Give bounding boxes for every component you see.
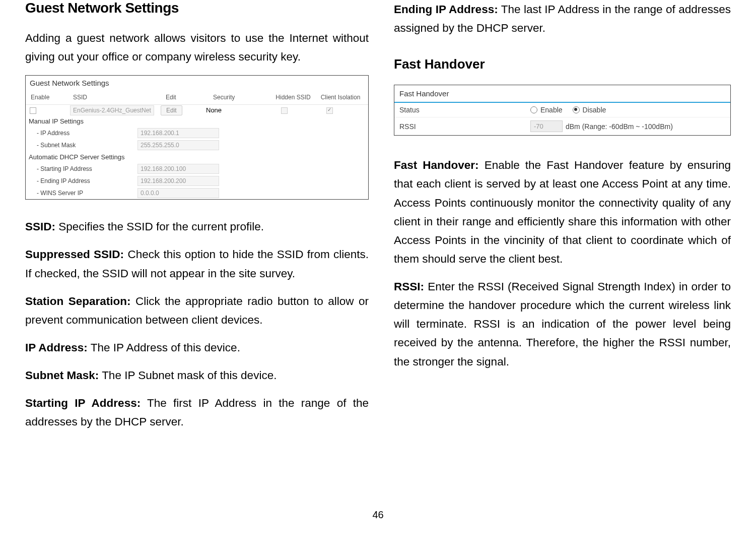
disable-radio-label: Disable bbox=[583, 106, 606, 114]
ip-address-desc: The IP Address of this device. bbox=[88, 341, 240, 354]
panel-title: Guest Network Settings bbox=[26, 76, 368, 90]
status-label: Status bbox=[399, 106, 530, 114]
col-security: Security bbox=[212, 92, 269, 103]
rssi-definition: RSSI: Enter the RSSI (Received Signal St… bbox=[394, 277, 731, 371]
subnet-mask-row: - Subnet Mask 255.255.255.0 bbox=[26, 139, 368, 151]
page-number: 46 bbox=[0, 504, 756, 521]
col-enable: Enable bbox=[30, 92, 72, 103]
ssid-input[interactable]: EnGenius-2.4GHz_GuestNet bbox=[70, 105, 154, 115]
ending-ip-row: - Ending IP Address 192.168.200.200 bbox=[26, 175, 368, 187]
rssi-suffix: dBm (Range: -60dBm ~ -100dBm) bbox=[566, 122, 673, 131]
table-row: EnGenius-2.4GHz_GuestNet Edit None bbox=[26, 105, 368, 115]
rssi-desc: Enter the RSSI (Received Signal Strength… bbox=[394, 280, 731, 368]
starting-ip-input[interactable]: 192.168.200.100 bbox=[138, 164, 219, 174]
subnet-mask-term: Subnet Mask: bbox=[25, 369, 99, 382]
station-separation-term: Station Separation: bbox=[25, 295, 131, 308]
rssi-term: RSSI: bbox=[394, 280, 424, 293]
enable-radio[interactable] bbox=[530, 106, 537, 113]
starting-ip-definition: Starting IP Address: The first IP Addres… bbox=[25, 394, 369, 431]
suppressed-ssid-definition: Suppressed SSID: Check this option to hi… bbox=[25, 245, 369, 282]
ending-ip-definition: Ending IP Address: The last IP Address i… bbox=[394, 0, 731, 37]
ip-address-label: - IP Address bbox=[37, 130, 138, 137]
col-client-isolation: Client Isolation bbox=[317, 92, 364, 103]
starting-ip-row: - Starting IP Address 192.168.200.100 bbox=[26, 163, 368, 175]
ip-address-input[interactable]: 192.168.200.1 bbox=[138, 128, 219, 138]
ending-ip-term: Ending IP Address: bbox=[394, 3, 498, 16]
manual-ip-header: Manual IP Settings bbox=[26, 115, 368, 127]
ssid-definition: SSID: Specifies the SSID for the current… bbox=[25, 217, 369, 236]
suppressed-ssid-term: Suppressed SSID: bbox=[25, 248, 124, 261]
dhcp-header: Automatic DHCP Server Settings bbox=[26, 151, 368, 163]
rssi-row: RSSI -70 dBm (Range: -60dBm ~ -100dBm) bbox=[394, 117, 730, 135]
starting-ip-term: Starting IP Address: bbox=[25, 397, 141, 409]
wins-server-input[interactable]: 0.0.0.0 bbox=[138, 188, 219, 198]
fast-handover-panel: Fast Handover Status Enable Disable RSSI… bbox=[394, 85, 731, 136]
ssid-desc: Specifies the SSID for the current profi… bbox=[55, 220, 264, 233]
subnet-mask-desc: The IP Subnet mask of this device. bbox=[99, 369, 277, 382]
client-isolation-checkbox[interactable] bbox=[326, 107, 333, 114]
rssi-label: RSSI bbox=[399, 122, 530, 131]
enable-radio-label: Enable bbox=[540, 106, 563, 114]
ending-ip-input[interactable]: 192.168.200.200 bbox=[138, 176, 219, 186]
subnet-mask-label: - Subnet Mask bbox=[37, 142, 138, 149]
fast-handover-panel-title: Fast Handover bbox=[394, 85, 730, 103]
subnet-mask-input[interactable]: 255.255.255.0 bbox=[138, 140, 219, 150]
ssid-term: SSID: bbox=[25, 220, 55, 233]
fast-handover-term: Fast Handover: bbox=[394, 159, 479, 171]
ip-address-definition: IP Address: The IP Address of this devic… bbox=[25, 338, 369, 357]
wins-server-row: - WINS Server IP 0.0.0.0 bbox=[26, 187, 368, 199]
starting-ip-label: - Starting IP Address bbox=[37, 165, 138, 172]
wins-server-label: - WINS Server IP bbox=[37, 190, 138, 197]
col-edit: Edit bbox=[165, 92, 212, 103]
hidden-ssid-checkbox[interactable] bbox=[281, 107, 288, 114]
ending-ip-label: - Ending IP Address bbox=[37, 177, 138, 185]
fast-handover-definition: Fast Handover: Enable the Fast Handover … bbox=[394, 156, 731, 268]
table-header-row: Enable SSID Edit Security Hidden SSID Cl… bbox=[26, 90, 368, 105]
status-row: Status Enable Disable bbox=[394, 103, 730, 117]
ip-address-row: - IP Address 192.168.200.1 bbox=[26, 127, 368, 139]
enable-checkbox[interactable] bbox=[30, 107, 36, 114]
guest-network-heading: Guest Network Settings bbox=[25, 0, 369, 16]
fast-handover-desc: Enable the Fast Handover feature by ensu… bbox=[394, 159, 731, 265]
col-hidden-ssid: Hidden SSID bbox=[269, 92, 317, 103]
disable-radio[interactable] bbox=[573, 106, 580, 113]
subnet-mask-definition: Subnet Mask: The IP Subnet mask of this … bbox=[25, 366, 369, 385]
ip-address-term: IP Address: bbox=[25, 341, 88, 354]
security-value: None bbox=[206, 106, 261, 114]
rssi-input[interactable]: -70 bbox=[530, 120, 563, 132]
fast-handover-heading: Fast Handover bbox=[394, 56, 731, 72]
guest-network-settings-panel: Guest Network Settings Enable SSID Edit … bbox=[25, 75, 369, 200]
edit-button[interactable]: Edit bbox=[161, 105, 182, 115]
col-ssid: SSID bbox=[72, 92, 165, 103]
station-separation-definition: Station Separation: Click the appropriat… bbox=[25, 292, 369, 329]
guest-network-intro: Adding a guest network allows visitors t… bbox=[25, 29, 369, 66]
